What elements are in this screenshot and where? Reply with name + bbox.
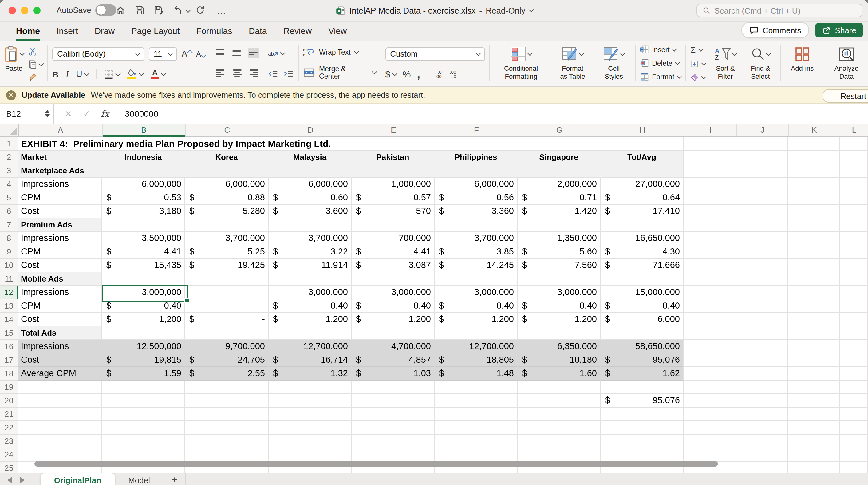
cell-G14[interactable]: $1,200 xyxy=(518,313,600,326)
cell-C24[interactable] xyxy=(185,448,269,462)
align-middle-button[interactable] xyxy=(231,48,243,58)
cell-E14[interactable]: $1,200 xyxy=(352,313,435,326)
cell-K1[interactable] xyxy=(788,137,840,151)
cell-I17[interactable] xyxy=(684,354,737,367)
cell-L18[interactable] xyxy=(840,367,868,381)
cell-A17[interactable]: Cost xyxy=(19,354,102,367)
cell-D7[interactable] xyxy=(269,218,352,232)
cell-D18[interactable]: $1.32 xyxy=(269,367,352,381)
cell-L4[interactable] xyxy=(840,178,868,191)
cell-J22[interactable] xyxy=(737,421,788,434)
cell-C19[interactable] xyxy=(185,381,269,394)
cell-H13[interactable]: $0.40 xyxy=(600,299,684,313)
cell-L2[interactable] xyxy=(840,151,868,164)
cell-G11[interactable] xyxy=(518,272,600,286)
borders-button[interactable] xyxy=(104,69,120,79)
cell-K20[interactable] xyxy=(788,394,840,407)
cell-F15[interactable] xyxy=(435,326,518,340)
cell-B4[interactable]: 6,000,000 xyxy=(102,178,185,191)
cell-A5[interactable]: CPM xyxy=(19,191,102,205)
cell-D6[interactable]: $3,600 xyxy=(269,205,352,218)
cell-A11[interactable]: Mobile Ads xyxy=(19,272,102,286)
cell-H21[interactable] xyxy=(600,407,684,421)
ribbon-tab-home[interactable]: Home xyxy=(16,26,40,40)
cell-B22[interactable] xyxy=(102,421,185,434)
ribbon-tab-draw[interactable]: Draw xyxy=(95,26,115,40)
cell-K2[interactable] xyxy=(788,151,840,164)
add-sheet-button[interactable]: + xyxy=(164,473,186,485)
cell-A15[interactable]: Total Ads xyxy=(19,326,102,340)
cell-A9[interactable]: CPM xyxy=(19,245,102,259)
cell-G2[interactable]: Singapore xyxy=(518,151,600,164)
cell-H19[interactable] xyxy=(600,381,684,394)
sheet-tab-model[interactable]: Model xyxy=(115,473,164,485)
cell-F19[interactable] xyxy=(435,381,518,394)
cell-G19[interactable] xyxy=(518,381,600,394)
cell-H10[interactable]: $71,666 xyxy=(600,259,684,272)
cell-G22[interactable] xyxy=(518,421,600,434)
cell-K14[interactable] xyxy=(788,313,840,326)
cell-E23[interactable] xyxy=(352,434,435,448)
cell-K6[interactable] xyxy=(788,205,840,218)
cell-E7[interactable] xyxy=(352,218,435,232)
conditional-formatting-button[interactable]: ConditionalFormatting xyxy=(494,43,548,84)
cell-C11[interactable] xyxy=(185,272,269,286)
cell-A4[interactable]: Impressions xyxy=(19,178,102,191)
cell-B9[interactable]: $4.41 xyxy=(102,245,185,259)
row-header-3[interactable]: 3 xyxy=(0,164,19,178)
clear-button[interactable] xyxy=(690,73,706,82)
cell-E2[interactable]: Pakistan xyxy=(352,151,435,164)
cell-B18[interactable]: $1.59 xyxy=(102,367,185,381)
cell-H23[interactable] xyxy=(600,434,684,448)
cell-E15[interactable] xyxy=(352,326,435,340)
row-header-25[interactable]: 25 xyxy=(0,462,19,473)
cell-I24[interactable] xyxy=(684,448,737,462)
cell-D5[interactable]: $0.60 xyxy=(269,191,352,205)
cell-G18[interactable]: $1.60 xyxy=(518,367,600,381)
cell-A3[interactable]: Marketplace Ads xyxy=(19,164,102,178)
sheet-tab-originalplan[interactable]: OriginalPlan xyxy=(40,473,115,485)
row-header-4[interactable]: 4 xyxy=(0,178,19,191)
cell-A12[interactable]: Impressions xyxy=(19,286,102,299)
cell-G8[interactable]: 1,350,000 xyxy=(518,232,600,245)
cell-H14[interactable]: $6,000 xyxy=(600,313,684,326)
cell-L17[interactable] xyxy=(840,354,868,367)
cell-C23[interactable] xyxy=(185,434,269,448)
cut-button[interactable] xyxy=(28,47,43,56)
cell-C20[interactable] xyxy=(185,394,269,407)
cell-I1[interactable] xyxy=(684,137,737,151)
insert-function-icon[interactable]: fx xyxy=(96,104,114,124)
cell-G10[interactable]: $7,560 xyxy=(518,259,600,272)
row-header-24[interactable]: 24 xyxy=(0,448,19,462)
cell-D3[interactable] xyxy=(269,164,352,178)
cell-E19[interactable] xyxy=(352,381,435,394)
cell-I21[interactable] xyxy=(684,407,737,421)
cell-I13[interactable] xyxy=(684,299,737,313)
row-header-19[interactable]: 19 xyxy=(0,381,19,394)
cell-J18[interactable] xyxy=(737,367,788,381)
title-chevron-icon[interactable] xyxy=(528,7,534,12)
row-header-5[interactable]: 5 xyxy=(0,191,19,205)
cell-H5[interactable]: $0.64 xyxy=(600,191,684,205)
cell-D12[interactable]: 3,000,000 xyxy=(269,286,352,299)
row-header-22[interactable]: 22 xyxy=(0,421,19,434)
cell-H12[interactable]: 15,000,000 xyxy=(600,286,684,299)
row-header-10[interactable]: 10 xyxy=(0,259,19,272)
cell-D10[interactable]: $11,914 xyxy=(269,259,352,272)
cell-L16[interactable] xyxy=(840,340,868,354)
cell-K17[interactable] xyxy=(788,354,840,367)
cell-G23[interactable] xyxy=(518,434,600,448)
cell-C16[interactable]: 9,700,000 xyxy=(185,340,269,354)
format-cells-button[interactable]: Format xyxy=(640,72,681,82)
cell-E4[interactable]: 1,000,000 xyxy=(352,178,435,191)
row-header-11[interactable]: 11 xyxy=(0,272,19,286)
cell-G21[interactable] xyxy=(518,407,600,421)
cell-I2[interactable] xyxy=(684,151,737,164)
decrease-decimal-button[interactable]: .00→.0 xyxy=(448,70,457,79)
row-header-23[interactable]: 23 xyxy=(0,434,19,448)
cell-I10[interactable] xyxy=(684,259,737,272)
row-header-9[interactable]: 9 xyxy=(0,245,19,259)
cell-J19[interactable] xyxy=(737,381,788,394)
cell-F5[interactable]: $0.56 xyxy=(435,191,518,205)
cell-A7[interactable]: Premium Ads xyxy=(19,218,102,232)
